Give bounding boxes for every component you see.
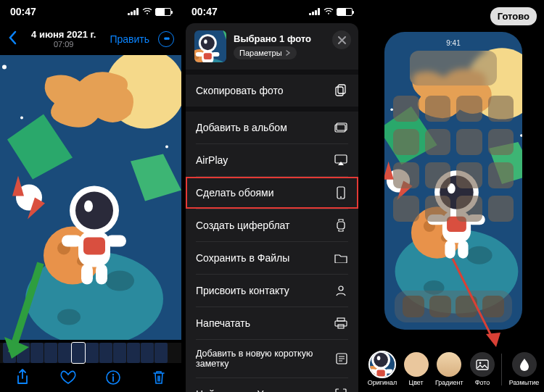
print-icon xyxy=(334,316,348,330)
action-label: Сделать обоями xyxy=(196,187,273,199)
status-indicators xyxy=(309,8,353,16)
mode-label: Градиент xyxy=(435,379,463,386)
mode-blur[interactable]: Размытие xyxy=(509,352,540,386)
chevron-right-icon xyxy=(285,50,291,56)
svg-point-29 xyxy=(340,196,342,198)
status-time: 00:47 xyxy=(191,6,218,17)
wifi-icon xyxy=(142,8,152,15)
share-button[interactable] xyxy=(14,369,31,386)
mode-photo[interactable]: Фото xyxy=(470,352,495,386)
action-label: Добавить в новую короткую заметку xyxy=(196,349,335,369)
svg-rect-33 xyxy=(335,321,347,326)
mode-original[interactable]: Оригинал xyxy=(368,352,397,386)
action-label: Напечатать xyxy=(196,317,250,329)
mode-color[interactable]: Цвет xyxy=(404,352,429,386)
dock xyxy=(395,291,512,322)
action-set-wallpaper[interactable]: Сделать обоями xyxy=(186,177,358,209)
thumbnail-strip[interactable] xyxy=(0,343,181,363)
thumbnail-icon xyxy=(370,352,395,377)
action-label: Добавить в альбом xyxy=(196,122,287,133)
share-sheet-header: Выбрано 1 фото Параметры xyxy=(186,23,358,70)
photo-date-title: 4 июня 2021 г. 07:09 xyxy=(31,29,96,50)
mode-label: Размытие xyxy=(509,379,540,386)
mode-label: Оригинал xyxy=(368,379,397,386)
action-add-to-album[interactable]: Добавить в альбом xyxy=(186,112,358,143)
share-options-button[interactable]: Параметры xyxy=(234,46,297,59)
share-actions-list: Скопировать фото Добавить в альбом AirPl… xyxy=(186,70,358,392)
status-bar: 00:47 xyxy=(0,0,181,23)
action-label: Найти через Умную камеру xyxy=(196,388,325,392)
info-button[interactable] xyxy=(104,369,122,386)
done-button[interactable]: Готово xyxy=(490,7,537,25)
status-bar: 00:47 xyxy=(181,0,363,23)
battery-icon xyxy=(155,8,171,16)
close-icon xyxy=(338,36,346,44)
contact-icon xyxy=(334,283,348,298)
svg-rect-37 xyxy=(477,360,488,370)
svg-point-38 xyxy=(479,362,482,364)
action-airplay[interactable]: AirPlay xyxy=(186,144,358,176)
action-print[interactable]: Напечатать xyxy=(186,307,358,339)
back-button[interactable] xyxy=(7,29,17,49)
homescreen-preview[interactable]: 9:41 xyxy=(384,32,522,330)
photos-viewer-screen: 00:47 4 июня 2021 г. 07:09 Править ••• xyxy=(0,0,181,392)
favorite-button[interactable] xyxy=(59,369,77,386)
album-icon xyxy=(334,120,348,135)
close-button[interactable] xyxy=(332,30,351,49)
signal-icon xyxy=(309,8,321,15)
svg-rect-32 xyxy=(337,318,345,321)
gradient-swatch-icon xyxy=(437,352,461,377)
action-copy-photo[interactable]: Скопировать фото xyxy=(186,75,358,107)
delete-button[interactable] xyxy=(150,369,168,386)
signal-icon xyxy=(128,8,139,15)
action-label: Создать циферблат xyxy=(196,220,289,231)
note-icon xyxy=(335,351,348,366)
mode-label: Цвет xyxy=(409,379,424,386)
action-label: AirPlay xyxy=(196,154,228,166)
icon-grid xyxy=(393,96,514,283)
svg-point-22 xyxy=(112,374,114,375)
wallpaper-editor-screen: Готово 9:41 Оригинал Цвет Градиент xyxy=(363,0,544,392)
battery-icon xyxy=(337,8,353,16)
color-swatch-icon xyxy=(404,352,429,377)
share-thumbnail xyxy=(194,30,226,62)
svg-rect-24 xyxy=(336,87,343,96)
action-label: Сохранить в Файлы xyxy=(196,252,289,264)
action-visual-lookup[interactable]: Найти через Умную камеру xyxy=(186,378,358,392)
widget-placeholder xyxy=(410,51,497,86)
share-sheet: Выбрано 1 фото Параметры Скопировать фот… xyxy=(186,23,358,392)
svg-rect-30 xyxy=(337,222,345,229)
copy-icon xyxy=(334,83,348,98)
photo-icon xyxy=(470,352,495,377)
phone-icon xyxy=(334,185,348,200)
action-save-to-files[interactable]: Сохранить в Файлы xyxy=(186,242,358,274)
viewfinder-icon xyxy=(334,387,348,392)
folder-icon xyxy=(334,251,348,265)
photo-date: 4 июня 2021 г. xyxy=(31,29,96,41)
action-create-watchface[interactable]: Создать циферблат xyxy=(186,209,358,241)
mode-gradient[interactable]: Градиент xyxy=(435,352,463,386)
svg-rect-23 xyxy=(338,85,345,93)
mode-label: Фото xyxy=(475,379,490,386)
action-add-quick-note[interactable]: Добавить в новую короткую заметку xyxy=(186,340,358,378)
action-assign-contact[interactable]: Присвоить контакту xyxy=(186,275,358,306)
edit-button[interactable]: Править xyxy=(110,33,149,45)
watch-icon xyxy=(334,218,348,233)
preview-status-time: 9:41 xyxy=(384,39,522,47)
wallpaper-mode-bar: Оригинал Цвет Градиент Фото Размытие xyxy=(363,352,544,386)
share-sheet-screen: 00:47 Выбрано 1 фото Параметры xyxy=(181,0,363,392)
separator xyxy=(501,354,502,385)
blur-icon xyxy=(512,352,537,377)
action-label: Скопировать фото xyxy=(196,85,284,96)
status-time: 00:47 xyxy=(10,6,36,17)
photo-time: 07:09 xyxy=(31,40,96,49)
photo-content[interactable] xyxy=(0,55,181,340)
action-label: Присвоить контакту xyxy=(196,285,289,296)
wifi-icon xyxy=(323,8,334,15)
share-sheet-title: Выбрано 1 фото xyxy=(234,33,311,44)
more-button[interactable]: ••• xyxy=(158,31,174,47)
airplay-icon xyxy=(334,153,348,167)
status-indicators xyxy=(128,8,171,16)
photo-header: 4 июня 2021 г. 07:09 Править ••• xyxy=(0,23,181,55)
svg-point-31 xyxy=(339,286,343,291)
